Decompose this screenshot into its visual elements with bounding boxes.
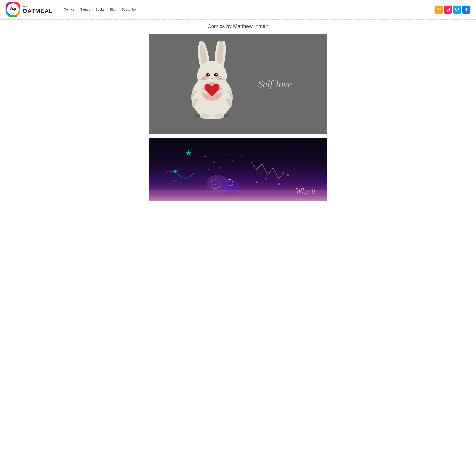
nav-subscribe[interactable]: Subscribe	[122, 8, 136, 12]
svg-point-40	[232, 160, 233, 161]
svg-point-9	[449, 9, 449, 9]
instagram-button[interactable]	[444, 6, 452, 14]
header-divider	[0, 19, 476, 20]
svg-point-38	[226, 154, 228, 155]
ground-line	[150, 119, 327, 119]
comic2-title: Why it	[296, 186, 315, 195]
twitter-icon	[455, 8, 459, 12]
logo-link[interactable]	[6, 2, 20, 17]
svg-point-8	[447, 9, 449, 10]
main-nav: Comics Games Books Blog Subscribe	[64, 8, 136, 12]
facebook-button[interactable]	[462, 6, 470, 14]
svg-point-19	[208, 74, 209, 75]
svg-point-1	[8, 4, 18, 14]
svg-point-49	[278, 183, 280, 185]
comic1-title: Self-love	[258, 79, 292, 89]
twitter-button[interactable]	[453, 6, 461, 14]
svg-point-32	[215, 114, 224, 119]
svg-point-20	[216, 74, 217, 75]
bunny-svg	[184, 41, 240, 119]
bunny-illustration	[184, 41, 247, 127]
nav-blog[interactable]: Blog	[110, 8, 116, 12]
nav-games[interactable]: Games	[80, 8, 90, 12]
comic1-background: Self-love	[150, 34, 327, 134]
svg-point-47	[256, 182, 257, 183]
facebook-icon	[464, 8, 468, 12]
svg-point-6	[14, 9, 15, 10]
svg-point-31	[200, 114, 209, 119]
svg-point-23	[215, 75, 222, 80]
svg-point-39	[218, 167, 221, 169]
main-content: Comics by Matthew Inman	[146, 23, 331, 201]
svg-point-50	[287, 174, 289, 176]
nav-books[interactable]: Books	[95, 8, 104, 12]
email-button[interactable]	[435, 6, 443, 14]
site-header: The OATMEAL Comics Games Books Blog Subs…	[0, 0, 476, 19]
logo-icon	[6, 2, 20, 17]
svg-point-36	[204, 156, 206, 157]
svg-point-21	[211, 78, 213, 79]
logo-text: The OATMEAL	[23, 6, 53, 14]
comic1-title-text: Self-love	[258, 79, 292, 90]
svg-point-42	[208, 169, 209, 170]
svg-point-22	[202, 75, 209, 80]
svg-point-48	[265, 178, 266, 180]
comic-card-why-it[interactable]: Why it	[149, 138, 327, 201]
nav-comics[interactable]: Comics	[64, 8, 74, 12]
comic2-background: Why it	[150, 138, 327, 201]
logo-oatmeal-text: OATMEAL	[23, 8, 53, 14]
header-left: The OATMEAL Comics Games Books Blog Subs…	[6, 2, 136, 17]
instagram-icon	[446, 8, 450, 12]
svg-rect-7	[446, 8, 449, 11]
social-icons	[435, 6, 470, 14]
svg-point-37	[213, 161, 215, 163]
comic-card-self-love[interactable]: Self-love	[149, 34, 327, 134]
email-icon	[436, 8, 441, 12]
page-title: Comics by Matthew Inman	[149, 23, 327, 29]
svg-point-41	[241, 156, 242, 157]
